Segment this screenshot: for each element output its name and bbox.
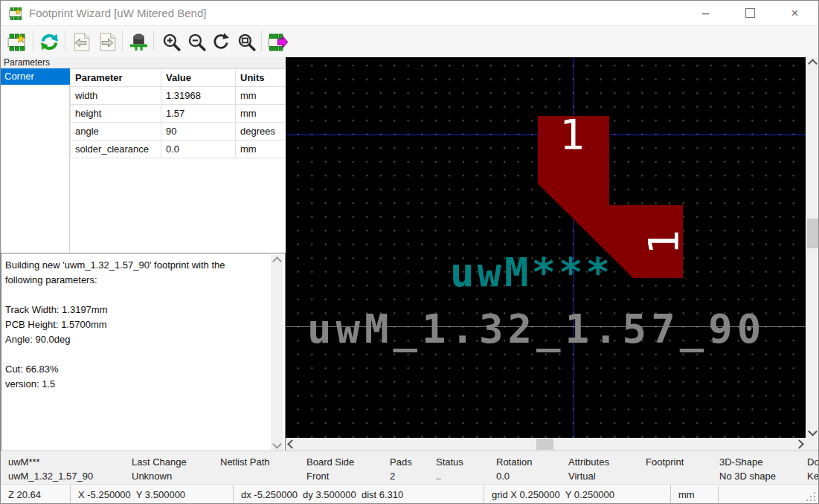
message-line: Angle: 90.0deg — [5, 332, 266, 347]
maximize-icon — [745, 8, 755, 18]
col-header-value: Value — [161, 69, 236, 87]
capacitor-icon — [129, 32, 149, 52]
chevron-up-icon — [808, 59, 818, 68]
scroll-up-button[interactable] — [806, 57, 819, 70]
maximize-button[interactable] — [733, 1, 767, 25]
relative-position: dx -5.250000 dy 3.500000 dist 6.310 — [234, 485, 484, 504]
toolbar-separator — [65, 31, 65, 51]
message-line — [5, 288, 266, 303]
status-field-rotation: Rotation0.0 — [496, 455, 532, 483]
status-field-attributes: AttributesVirtual — [568, 455, 609, 483]
message-line: Track Width: 1.3197mm — [5, 303, 266, 317]
copper-track-shape — [286, 57, 806, 438]
previous-page-button[interactable] — [70, 30, 92, 53]
param-units-cell: mm — [236, 105, 286, 123]
title-bar: ★ Footprint Wizard [uW Mitered Bend] – × — [1, 1, 819, 26]
param-value-cell[interactable]: 1.31968 — [161, 87, 236, 105]
toolbar-separator — [153, 31, 154, 51]
scrollbar-corner — [806, 438, 819, 450]
zoom-in-icon — [161, 32, 182, 52]
close-button[interactable]: × — [778, 1, 812, 25]
canvas-horizontal-scrollbar[interactable] — [286, 438, 806, 450]
page-forward-icon — [97, 32, 118, 52]
footprint-value-text: uwM_1.32_1.57_90 — [307, 308, 765, 351]
param-units-cell: degrees — [236, 123, 286, 140]
col-header-units: Units — [236, 69, 286, 87]
message-line — [5, 347, 266, 362]
param-value-cell[interactable]: 1.57 — [161, 105, 236, 123]
build-message-panel[interactable]: Building new 'uwm_1.32_1.57_90' footprin… — [1, 253, 286, 453]
chevron-right-icon — [794, 439, 804, 449]
table-row: solder_clearance 0.0 mm — [71, 140, 286, 158]
status-field-status: Status.. — [436, 455, 463, 483]
star-icon: ★ — [14, 7, 22, 16]
zoom-out-button[interactable] — [185, 30, 208, 53]
export-footprint-button[interactable] — [266, 30, 289, 53]
param-name-cell: angle — [71, 123, 161, 140]
message-line: PCB Height: 1.5700mm — [5, 317, 266, 332]
footprint-preview-canvas[interactable]: 1 1 uwM*** uwM_1.32_1.57_90 — [286, 57, 806, 438]
footprint-wizard-window: ★ Footprint Wizard [uW Mitered Bend] – ×… — [0, 0, 819, 504]
col-header-parameter: Parameter — [71, 69, 161, 87]
select-wizard-button[interactable]: ★ — [5, 30, 28, 53]
param-value-cell[interactable]: 0.0 — [161, 140, 236, 158]
scroll-up-button[interactable] — [271, 255, 283, 268]
table-row: angle 90 degrees — [71, 123, 286, 140]
horizontal-scroll-thumb[interactable] — [536, 439, 553, 450]
wizard-page-list[interactable]: Corner — [1, 68, 70, 253]
page-back-icon — [71, 32, 91, 52]
message-line: following parameters: — [5, 273, 266, 288]
coordinate-status-bar: Z 20.64 X -5.250000 Y 3.500000 dx -5.250… — [1, 484, 819, 504]
pad-2-label: 1 — [641, 221, 684, 264]
param-units-cell: mm — [236, 87, 286, 105]
status-field-last-change: Last ChangeUnknown — [132, 455, 187, 483]
param-name-cell: solder_clearance — [71, 140, 161, 158]
table-row: width 1.31968 mm — [71, 87, 286, 105]
param-value-cell[interactable]: 90 — [161, 123, 236, 140]
zoom-fit-icon — [237, 32, 257, 52]
status-field-doc: DoKe — [807, 455, 819, 483]
zoom-fit-button[interactable] — [235, 30, 257, 53]
minimize-icon: – — [702, 6, 709, 21]
reload-footprint-button[interactable] — [38, 30, 60, 53]
resize-grip[interactable] — [806, 492, 817, 503]
scroll-down-button[interactable] — [271, 438, 283, 450]
canvas-vertical-scrollbar[interactable] — [806, 57, 819, 438]
refresh-icon — [39, 32, 60, 52]
minimize-button[interactable]: – — [689, 1, 722, 25]
export-footprint-icon — [268, 32, 288, 52]
cursor-position: X -5.250000 Y 3.500000 — [71, 485, 234, 504]
chevron-left-icon — [287, 439, 297, 449]
empty-cell — [719, 485, 819, 504]
next-page-button[interactable] — [96, 30, 118, 53]
scroll-down-button[interactable] — [806, 425, 819, 438]
message-line: Cut: 66.83% — [5, 362, 266, 377]
toolbar-separator — [33, 31, 33, 51]
status-field-footprint: Footprint — [646, 455, 684, 483]
chevron-down-icon — [808, 427, 818, 436]
message-line: version: 1.5 — [5, 377, 266, 392]
param-units-cell: mm — [236, 140, 286, 158]
status-field-pads: Pads2 — [390, 455, 412, 483]
scroll-right-button[interactable] — [793, 438, 806, 450]
svg-text:★: ★ — [16, 32, 25, 44]
toolbar: ★ — [1, 26, 819, 58]
footprint-reference-text: uwM*** — [450, 252, 613, 294]
units-indicator: mm — [671, 485, 719, 504]
app-icon: ★ — [8, 6, 23, 21]
redraw-icon — [211, 32, 231, 52]
redraw-view-button[interactable] — [210, 30, 232, 53]
grid-setting: grid X 0.250000 Y 0.250000 — [484, 485, 671, 504]
param-name-cell: height — [71, 105, 161, 123]
status-field-3d-shape: 3D-ShapeNo 3D shape — [719, 455, 776, 483]
show-pads-button[interactable] — [127, 30, 150, 53]
page-list-item-corner[interactable]: Corner — [1, 68, 70, 85]
status-field-reference: uwM***uwM_1.32_1.57_90 — [8, 455, 93, 483]
window-title: Footprint Wizard [uW Mitered Bend] — [29, 1, 206, 25]
close-icon: × — [791, 6, 799, 21]
scroll-left-button[interactable] — [286, 438, 298, 450]
footprint-status-bar: uwM***uwM_1.32_1.57_90 Last ChangeUnknow… — [1, 450, 819, 484]
message-scrollbar[interactable] — [271, 255, 283, 450]
vertical-scroll-thumb[interactable] — [807, 219, 818, 248]
zoom-in-button[interactable] — [160, 30, 182, 53]
